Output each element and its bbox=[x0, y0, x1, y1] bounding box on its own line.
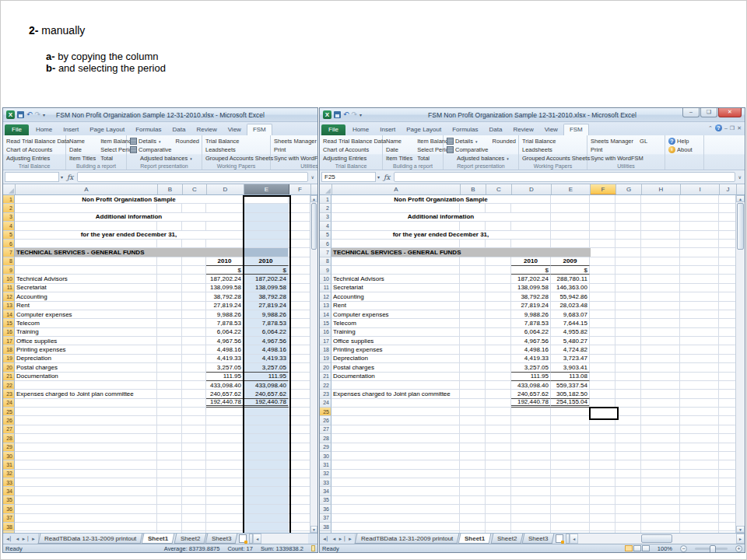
cell-D28[interactable] bbox=[206, 434, 244, 443]
zoom-in-icon[interactable]: + bbox=[735, 545, 742, 552]
cell-A30[interactable] bbox=[15, 452, 157, 460]
cell-E35[interactable] bbox=[244, 496, 289, 505]
row-header-13[interactable]: 13 bbox=[3, 302, 15, 310]
cell-I4[interactable] bbox=[680, 222, 719, 230]
horizontal-scroll-thumb[interactable] bbox=[641, 534, 672, 543]
cell-A31[interactable] bbox=[15, 460, 157, 469]
cell-C37[interactable] bbox=[182, 514, 206, 523]
cell-D19[interactable]: 4,419.33 bbox=[206, 355, 244, 363]
ribbon-button-sheets-manager[interactable]: Sheets Manager bbox=[274, 138, 317, 145]
cell-G13[interactable] bbox=[615, 302, 641, 310]
cell-E16[interactable]: 4,955.82 bbox=[551, 328, 590, 337]
insert-worksheet-button[interactable] bbox=[554, 534, 564, 544]
cell-A8[interactable] bbox=[331, 257, 460, 266]
cell-I13[interactable] bbox=[680, 302, 719, 310]
cell-B34[interactable] bbox=[157, 487, 182, 495]
ribbon-tab-home[interactable]: Home bbox=[347, 124, 374, 135]
ribbon-tab-formulas[interactable]: Formulas bbox=[130, 124, 167, 135]
cell-I16[interactable] bbox=[680, 328, 719, 337]
cell-G31[interactable] bbox=[615, 460, 641, 469]
cell-B26[interactable] bbox=[460, 416, 486, 425]
cell-E21[interactable]: 111.95 bbox=[244, 373, 289, 381]
row-header-16[interactable]: 16 bbox=[3, 328, 15, 337]
cell-I12[interactable] bbox=[680, 292, 719, 301]
cell-A20[interactable]: Postal charges bbox=[331, 363, 460, 372]
cell-J22[interactable] bbox=[719, 381, 735, 390]
row-header-27[interactable]: 27 bbox=[320, 425, 331, 434]
cell-B20[interactable] bbox=[460, 363, 486, 372]
row-header-31[interactable]: 31 bbox=[3, 460, 15, 469]
cell-D4[interactable] bbox=[206, 222, 244, 230]
cell-E24[interactable]: 192,440.78 bbox=[244, 399, 289, 408]
cell-J3[interactable] bbox=[719, 213, 735, 222]
cell-E11[interactable]: 146,363.00 bbox=[551, 284, 590, 292]
cell-G16[interactable] bbox=[615, 328, 641, 337]
cell-D27[interactable] bbox=[511, 425, 551, 434]
ribbon-button-about[interactable]: i About bbox=[668, 145, 693, 154]
row-header-26[interactable]: 26 bbox=[320, 416, 331, 425]
details-dropdown-icon[interactable]: ▾ bbox=[475, 139, 478, 144]
row-header-36[interactable]: 36 bbox=[320, 505, 331, 513]
cell-B31[interactable] bbox=[460, 460, 486, 469]
cell-D6[interactable] bbox=[206, 240, 244, 248]
cell-C38[interactable] bbox=[182, 523, 206, 531]
cell-D31[interactable] bbox=[511, 460, 551, 469]
cell-B13[interactable] bbox=[157, 302, 182, 310]
cell-I18[interactable] bbox=[680, 345, 719, 354]
row-header-34[interactable]: 34 bbox=[320, 487, 331, 495]
cell-F34[interactable] bbox=[590, 487, 615, 495]
row-header-11[interactable]: 11 bbox=[3, 284, 15, 292]
cell-G20[interactable] bbox=[615, 363, 641, 372]
first-sheet-icon[interactable]: ◄▏ bbox=[5, 536, 14, 541]
cell-I24[interactable] bbox=[680, 399, 719, 408]
row-header-19[interactable]: 19 bbox=[3, 355, 15, 363]
cell-D12[interactable]: 38,792.28 bbox=[511, 292, 551, 301]
ribbon-button-read-trial-balance-data[interactable]: Read Trial Balance Data bbox=[5, 137, 70, 145]
cell-H29[interactable] bbox=[641, 443, 680, 452]
sheet-tab-readtbdata-12-31-2009-printout[interactable]: ReadTBData 12-31-2009 printout bbox=[38, 534, 143, 544]
cell-D14[interactable]: 9,988.26 bbox=[206, 310, 244, 319]
cell-D11[interactable]: 138,099.58 bbox=[511, 284, 551, 292]
cell-J16[interactable] bbox=[719, 328, 735, 337]
cell-C28[interactable] bbox=[182, 434, 206, 443]
cell-A33[interactable] bbox=[331, 478, 460, 487]
cell-J24[interactable] bbox=[719, 399, 735, 408]
cell-F39[interactable] bbox=[590, 531, 615, 533]
cell-E6[interactable] bbox=[551, 240, 590, 248]
cell-F36[interactable] bbox=[289, 505, 310, 513]
cell-B39[interactable] bbox=[460, 531, 486, 533]
column-header-D[interactable]: D bbox=[512, 184, 552, 194]
cell-E25[interactable] bbox=[244, 408, 289, 416]
restore-button[interactable]: ❏ bbox=[700, 108, 717, 117]
cell-B36[interactable] bbox=[157, 505, 182, 513]
cell-F16[interactable] bbox=[590, 328, 615, 337]
ribbon-button-name[interactable]: Name bbox=[68, 137, 96, 145]
cell-D37[interactable] bbox=[206, 514, 244, 523]
ribbon-tab-view[interactable]: View bbox=[539, 124, 563, 135]
row-header-35[interactable]: 35 bbox=[3, 496, 15, 505]
cell-C23[interactable] bbox=[182, 390, 206, 398]
column-header-H[interactable]: H bbox=[642, 184, 681, 194]
column-header-B[interactable]: B bbox=[461, 184, 486, 194]
cell-C36[interactable] bbox=[486, 505, 511, 513]
horizontal-scrollbar[interactable] bbox=[578, 534, 736, 544]
row-header-21[interactable]: 21 bbox=[3, 373, 15, 381]
ribbon-tab-file[interactable]: File bbox=[5, 124, 29, 135]
cell-D24[interactable]: 192,440.78 bbox=[511, 399, 551, 408]
cell-C10[interactable] bbox=[182, 275, 206, 283]
cell-H39[interactable] bbox=[641, 531, 680, 533]
cell-D4[interactable] bbox=[511, 222, 551, 230]
row-header-5[interactable]: 5 bbox=[320, 231, 331, 240]
cell-D21[interactable]: 111.95 bbox=[206, 373, 244, 381]
ribbon-tab-insert[interactable]: Insert bbox=[374, 124, 401, 135]
cell-I35[interactable] bbox=[680, 496, 719, 505]
cell-F9[interactable] bbox=[289, 266, 310, 275]
last-sheet-icon[interactable]: ▏► bbox=[27, 536, 36, 541]
row-header-10[interactable]: 10 bbox=[3, 275, 15, 283]
cell-C34[interactable] bbox=[182, 487, 206, 495]
cell-F29[interactable] bbox=[289, 443, 310, 452]
ribbon-button-date[interactable]: Date bbox=[385, 145, 413, 154]
cell-E25[interactable] bbox=[551, 408, 590, 416]
cell-A22[interactable] bbox=[331, 381, 460, 390]
row-header-12[interactable]: 12 bbox=[3, 292, 15, 301]
